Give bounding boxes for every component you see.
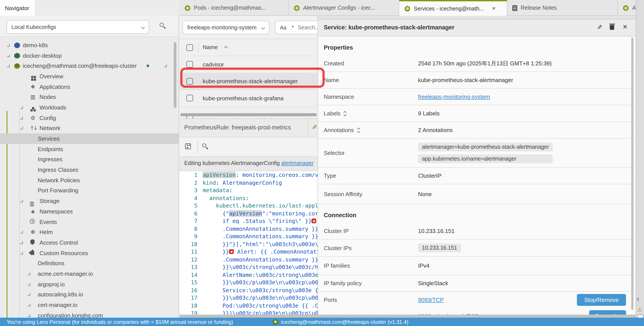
sidebar-item-namespaces[interactable]: ◈Namespaces	[0, 206, 178, 216]
chevron-right-icon[interactable]	[7, 54, 10, 57]
sidebar-item-autoscaling-k8s-io[interactable]: autoscaling.k8s.io	[0, 289, 178, 300]
detail-label: Cluster IP	[324, 228, 349, 234]
chevron-down-icon[interactable]	[7, 64, 10, 67]
chevron-right-icon[interactable]	[28, 314, 30, 316]
match-case-toggle[interactable]: Aa	[280, 24, 286, 30]
sidebar-item-nodes[interactable]: ▥Nodes	[0, 92, 178, 102]
edit-resource-icon[interactable]: ✎	[312, 124, 317, 131]
tab-services-icecheng-math[interactable]: ☸Services - icecheng@math...✕	[399, 0, 507, 16]
sidebar-scrollbar[interactable]	[174, 42, 176, 108]
sidebar-item-acme-cert-manager-io[interactable]: acme.cert-manager.io	[0, 268, 178, 279]
sidebar-item-port-forwarding[interactable]: Port Forwarding	[0, 186, 178, 196]
chevron-down-icon[interactable]	[20, 252, 23, 254]
sidebar-item-network-policies[interactable]: Network Policies	[0, 175, 178, 186]
chevron-right-icon[interactable]	[28, 293, 30, 296]
sidebar-item-label: Network Policies	[38, 177, 80, 184]
sidebar-item-argoproj-io[interactable]: argoproj.io	[0, 279, 178, 289]
chevron-right-icon[interactable]	[20, 116, 23, 119]
sidebar-item-icecheng-mathmast-com-freeleaps-cluster[interactable]: ☸icecheng@mathmast.com@freeleaps-cluster	[0, 61, 178, 71]
kubeconfig-select[interactable]: Local Kubeconfigs	[6, 20, 149, 34]
edit-service-icon[interactable]: ✎	[597, 24, 602, 31]
port-link[interactable]: 9093/TCP	[418, 296, 444, 303]
sidebar-item-workloads[interactable]: Workloads	[0, 102, 178, 112]
chevron-right-icon[interactable]	[28, 272, 30, 275]
dock-tab-bar[interactable]: PrometheusRule: freepeals-prod-metrics ✎	[180, 118, 318, 137]
sidebar-item-endpoints[interactable]: Endpoints	[0, 144, 178, 154]
chevron-right-icon[interactable]	[28, 304, 30, 306]
detail-row-cluster-ip: Cluster IP10.233.16.151	[318, 223, 636, 240]
sort-toggle-icon[interactable]	[357, 128, 360, 133]
tab-release-notes[interactable]: Release Notes	[507, 0, 618, 16]
header-divider	[198, 44, 199, 52]
dock-tab-title[interactable]: PrometheusRule: freepeals-prod-metrics	[184, 124, 291, 131]
drawer-scrollbar[interactable]	[631, 38, 634, 310]
sidebar-item-configuration-konghq-com[interactable]: configuration.konghq.com	[0, 310, 178, 318]
column-header-name[interactable]: Name	[203, 44, 218, 50]
chevron-down-icon[interactable]	[20, 127, 23, 130]
code-line-12: 12 .CommonAnnotations.summary }}	[180, 256, 318, 263]
table-row-kube-prometheus-stack-alertmanager[interactable]: kube-prometheus-stack-alertmanager	[180, 73, 318, 90]
sidebar-item-definitions[interactable]: Definitions	[0, 258, 178, 268]
detail-label: Namespace	[324, 94, 354, 100]
sidebar-item-network[interactable]: ↑↓Network	[0, 123, 178, 134]
sidebar-item-helm[interactable]: ☸Helm	[0, 227, 178, 237]
editor-horizontal-scrollbar[interactable]	[180, 314, 636, 318]
delete-service-icon[interactable]	[610, 25, 614, 30]
service-name: cadvisor	[203, 61, 224, 68]
service-details-drawer: Service: kube-prometheus-stack-alertmana…	[318, 16, 636, 326]
search-icon[interactable]	[160, 23, 164, 27]
document-tabs: ☸Pods - icecheng@mathmas...☸Alertmanager…	[180, 0, 644, 16]
list-horizontal-scrollbar[interactable]	[180, 113, 317, 116]
sidebar-item-storage[interactable]: Storage	[0, 196, 178, 206]
code-line-13: 13 }}\u003c/strong\u003e\u003c/h3\u	[180, 263, 318, 271]
sidebar-item-events[interactable]: Events	[0, 216, 178, 227]
detail-label: Cluster IPs	[324, 244, 352, 251]
sidebar-item-ingresses[interactable]: Ingresses	[0, 154, 178, 164]
namespace-select-value: freeleaps-monitoring-system	[187, 24, 256, 30]
select-all-checkbox[interactable]	[186, 44, 193, 51]
row-checkbox[interactable]	[186, 61, 193, 68]
namespace-link[interactable]: freeleaps-monitoring-system	[418, 94, 490, 100]
save-icon[interactable]	[185, 144, 191, 149]
sidebar-item-custom-resources[interactable]: Custom Resources	[0, 248, 178, 258]
sidebar-item-overview[interactable]: Overview	[0, 71, 178, 82]
sidebar-item-docker-desktop[interactable]: ☸docker-desktop	[0, 50, 178, 60]
regex-toggle[interactable]: .*	[290, 24, 294, 30]
row-checkbox[interactable]	[186, 78, 193, 84]
sort-toggle-icon[interactable]	[344, 111, 347, 116]
row-checkbox[interactable]	[186, 95, 193, 101]
sidebar-item-access-control[interactable]: Access Control	[0, 237, 178, 248]
cluster-connected-dot	[146, 64, 149, 67]
edited-resource-link[interactable]: alertmanager	[281, 160, 314, 166]
sidebar-item-label: Namespaces	[40, 208, 73, 215]
value-chip: alertmanager=kube-prometheus-stack-alert…	[418, 142, 553, 151]
chevron-right-icon[interactable]	[20, 200, 23, 202]
detail-row-selector: Selectoralertmanager=kube-prometheus-sta…	[318, 139, 636, 168]
sort-ascending-icon[interactable]	[224, 46, 228, 50]
chevron-right-icon[interactable]	[28, 283, 30, 286]
table-row-kube-prometheus-stack-grafana[interactable]: kube-prometheus-stack-grafana	[180, 90, 318, 107]
chevron-right-icon[interactable]	[7, 44, 10, 46]
detail-value: 2 Annotations	[418, 127, 453, 134]
sidebar-item-services[interactable]: Services	[0, 134, 178, 144]
close-drawer-icon[interactable]: ✕	[622, 23, 628, 30]
editor-search-icon[interactable]	[202, 144, 206, 148]
chevron-right-icon[interactable]	[164, 64, 167, 67]
chevron-right-icon[interactable]	[20, 106, 23, 109]
table-row-cadvisor[interactable]: cadvisor	[180, 56, 318, 73]
tab-alertmanager-configs-icec[interactable]: ☸Alertmanager Configs - icec...	[289, 0, 399, 16]
chevron-right-icon[interactable]	[20, 241, 23, 244]
close-tab-icon[interactable]: ✕	[492, 6, 496, 12]
stop-remove-button[interactable]: Stop/Remove	[577, 294, 626, 306]
sidebar-item-demo-k8s[interactable]: ☸demo-k8s	[0, 40, 178, 50]
collapse-notifications-icon[interactable]	[637, 298, 641, 301]
yaml-editor[interactable]: 1apiVersion: monitoring.coreos.com/v12ki…	[180, 171, 318, 318]
sidebar-item-applications[interactable]: ❖Applications	[0, 82, 178, 92]
namespace-select[interactable]: freeleaps-monitoring-system	[182, 20, 269, 34]
chevron-right-icon[interactable]	[20, 231, 23, 234]
sidebar-item-ingress-classes[interactable]: Ingress Classes	[0, 165, 178, 175]
sidebar-item-cert-manager-io[interactable]: cert-manager.io	[0, 300, 178, 310]
sidebar-item-config[interactable]: ⚙Config	[0, 113, 178, 123]
tab-pods-icecheng-mathmas[interactable]: ☸Pods - icecheng@mathmas...	[180, 0, 289, 16]
warning-icon[interactable]: ⚠	[638, 307, 642, 313]
